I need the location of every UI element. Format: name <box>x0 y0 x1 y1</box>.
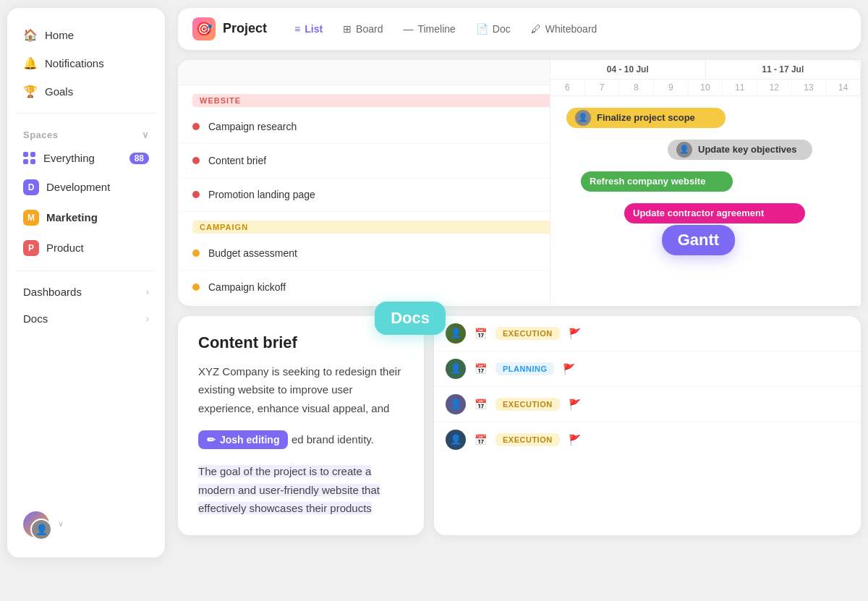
docs-badge: Docs <box>375 302 446 335</box>
tab-board[interactable]: ⊞ Board <box>333 19 393 39</box>
bottom-right-table: 👤 📅 EXECUTION 🚩 👤 📅 PLANNING 🚩 👤 📅 EXECU… <box>434 316 861 535</box>
tab-timeline-label: Timeline <box>417 23 455 35</box>
tab-whiteboard-label: Whiteboard <box>545 23 597 35</box>
avatar: 👤 <box>446 394 466 414</box>
docs-badge-label: Docs <box>391 309 430 327</box>
sidebar-goals-label: Goals <box>45 85 73 98</box>
bar-avatar: 👤 <box>575 110 591 126</box>
gantt-bar-row: Update contractor agreement <box>559 199 852 228</box>
sidebar-item-notifications[interactable]: 🔔 Notifications <box>16 51 156 76</box>
tab-doc[interactable]: 📄 Doc <box>466 19 521 39</box>
board-icon: ⊞ <box>343 23 352 35</box>
docs-card-text-2: ed brand identity. <box>292 433 374 446</box>
dashboards-chevron: › <box>146 286 149 297</box>
gantt-bar-update[interactable]: 👤 Update key objectives <box>668 140 812 160</box>
docs-chevron: › <box>146 313 149 324</box>
avatar: 👤 <box>446 430 466 450</box>
gantt-bar-refresh[interactable]: Refresh company website <box>581 171 733 192</box>
gantt-bar-label: Finalize project scope <box>597 112 695 123</box>
calendar-icon: 📅 <box>475 363 487 375</box>
sidebar-dashboards-label: Dashboards <box>23 286 82 298</box>
gantt-week-2: 11 - 17 Jul <box>706 60 861 79</box>
status-dot <box>192 191 200 198</box>
sidebar-dev-label: Development <box>46 181 110 193</box>
gantt-bar-label: Update key objectives <box>698 144 797 155</box>
bell-icon: 🔔 <box>23 56 38 70</box>
project-icon: 🎯 <box>192 17 216 41</box>
gantt-day: 8 <box>619 80 654 95</box>
sidebar-divider-2 <box>16 270 156 271</box>
gantt-day: 9 <box>654 80 689 95</box>
tab-list-label: List <box>305 23 323 35</box>
docs-card-text-1: XYZ Company is seeking to redesign their… <box>198 362 404 418</box>
gantt-badge-label: Gantt <box>678 231 719 249</box>
sidebar-notifications-label: Notifications <box>45 57 104 69</box>
table-row[interactable]: 👤 📅 EXECUTION 🚩 <box>434 387 861 422</box>
sidebar-item-product[interactable]: P Product <box>16 234 156 262</box>
sidebar-item-everything[interactable]: Everything 88 <box>16 146 156 171</box>
doc-icon: 📄 <box>476 23 488 35</box>
user-chevron: ∨ <box>58 519 64 529</box>
status-badge: EXECUTION <box>495 398 560 411</box>
gantt-bar-row: Refresh company website <box>559 167 852 196</box>
gantt-day: 14 <box>826 80 861 95</box>
highlighted-text: The goal of the project is to create a m… <box>198 465 380 514</box>
gantt-weeks: 04 - 10 Jul 11 - 17 Jul <box>550 60 861 80</box>
project-title: Project <box>223 21 267 36</box>
sidebar-item-goals[interactable]: 🏆 Goals <box>16 79 156 104</box>
sidebar: 🏠 Home 🔔 Notifications 🏆 Goals Spaces ∨ … <box>7 8 165 558</box>
gantt-panel: 04 - 10 Jul 11 - 17 Jul 6 7 8 9 10 11 12… <box>550 60 861 306</box>
gantt-day: 6 <box>550 80 585 95</box>
status-dot <box>192 157 200 164</box>
flag-icon: 🚩 <box>569 434 581 446</box>
status-dot <box>192 250 200 257</box>
calendar-icon: 📅 <box>475 398 487 410</box>
trophy-icon: 🏆 <box>23 85 38 98</box>
tab-list[interactable]: ≡ List <box>284 19 333 39</box>
user-photo: 👤 <box>30 519 52 540</box>
user-row[interactable]: 👤 ∨ <box>16 506 156 543</box>
sidebar-marketing-label: Marketing <box>46 211 98 223</box>
gantt-bar-finalize[interactable]: 👤 Finalize project scope <box>566 108 726 128</box>
sidebar-home-label: Home <box>45 29 74 41</box>
gantt-day: 10 <box>689 80 723 95</box>
spaces-section: Spaces ∨ <box>16 122 156 143</box>
gantt-week-1: 04 - 10 Jul <box>550 60 706 79</box>
avatar: 👤 <box>446 359 466 379</box>
main-content: 🎯 Project ≡ List ⊞ Board — Timeline 📄 Do… <box>178 8 861 594</box>
gantt-day: 13 <box>792 80 827 95</box>
flag-icon: 🚩 <box>563 363 575 375</box>
spaces-chevron[interactable]: ∨ <box>142 129 150 140</box>
table-row[interactable]: 👤 📅 EXECUTION 🚩 <box>434 422 861 457</box>
status-badge: EXECUTION <box>495 327 560 340</box>
pencil-icon: ✏ <box>207 434 216 446</box>
calendar-icon: 📅 <box>475 328 487 339</box>
docs-card: Content brief XYZ Company is seeking to … <box>178 316 424 535</box>
table-row[interactable]: 👤 📅 EXECUTION 🚩 <box>434 316 861 351</box>
table-row[interactable]: 👤 📅 PLANNING 🚩 <box>434 351 861 387</box>
sidebar-item-docs[interactable]: Docs › <box>16 307 156 331</box>
flag-icon: 🚩 <box>569 398 581 410</box>
list-icon: ≡ <box>294 23 300 35</box>
gantt-day: 12 <box>757 80 792 95</box>
avatar: 👤 <box>23 511 49 537</box>
sidebar-item-development[interactable]: D Development <box>16 174 156 201</box>
tab-timeline[interactable]: — Timeline <box>393 19 465 39</box>
sidebar-item-home[interactable]: 🏠 Home <box>16 22 156 48</box>
bottom-section: Content brief XYZ Company is seeking to … <box>178 316 861 535</box>
everything-count-badge: 88 <box>129 153 149 164</box>
dev-badge: D <box>23 179 39 195</box>
avatar: 👤 <box>446 323 466 344</box>
sidebar-everything-label: Everything <box>43 152 95 164</box>
calendar-icon: 📅 <box>475 434 487 446</box>
product-badge: P <box>23 240 39 256</box>
docs-card-title: Content brief <box>198 333 404 352</box>
sidebar-item-dashboards[interactable]: Dashboards › <box>16 280 156 304</box>
sidebar-docs-label: Docs <box>23 312 48 325</box>
tab-whiteboard[interactable]: 🖊 Whiteboard <box>521 19 608 39</box>
gantt-badge: Gantt <box>662 225 735 255</box>
tab-board-label: Board <box>356 23 383 35</box>
status-dot <box>192 284 200 291</box>
gantt-bar-contractor[interactable]: Update contractor agreement <box>624 203 805 223</box>
sidebar-item-marketing[interactable]: M Marketing <box>16 204 156 231</box>
